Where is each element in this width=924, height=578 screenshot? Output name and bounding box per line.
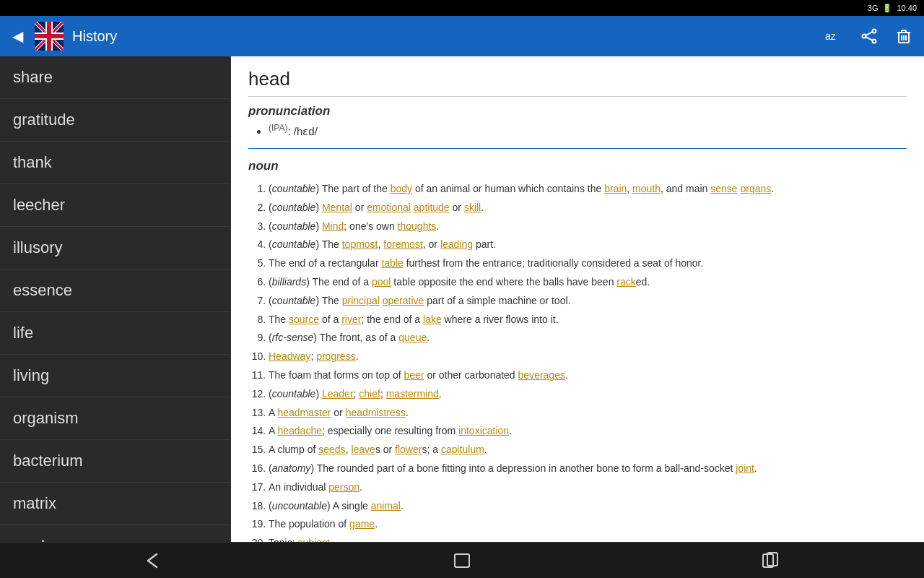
svg-point-12 xyxy=(873,40,876,43)
def-8: The source of a river; the end of a lake… xyxy=(269,311,907,329)
def-17: An individual person. xyxy=(269,479,907,496)
pronunciation-label: pronunciation xyxy=(248,104,907,118)
pos-label: noun xyxy=(248,159,907,173)
back-nav-button[interactable] xyxy=(132,546,175,575)
sidebar-item-life[interactable]: life xyxy=(0,312,230,355)
svg-point-10 xyxy=(873,30,876,33)
section-divider xyxy=(248,148,907,149)
home-nav-button[interactable] xyxy=(440,546,484,575)
top-bar-actions: az xyxy=(823,25,915,48)
sidebar-item-living[interactable]: living xyxy=(0,355,230,397)
delete-button[interactable] xyxy=(892,25,915,48)
def-11: The foam that forms on top of beer or ot… xyxy=(269,367,907,384)
sidebar-item-gratitude[interactable]: gratitude xyxy=(0,99,230,142)
def-20: Topic; subject. xyxy=(269,535,907,542)
sidebar-item-road[interactable]: road xyxy=(0,525,230,542)
app-title: History xyxy=(72,28,814,45)
def-7: (countable) The principal operative part… xyxy=(269,293,907,310)
top-bar: ◀ History az xyxy=(0,16,924,56)
def-13: A headmaster or headmistress. xyxy=(269,405,907,422)
battery-indicator: 🔋 xyxy=(882,4,892,13)
svg-line-13 xyxy=(866,32,872,35)
def-16: (anatomy) The rounded part of a bone fit… xyxy=(269,460,907,478)
pronunciation-section: pronunciation (IPA): /hɛd/ xyxy=(248,104,907,138)
sort-az-button[interactable]: az xyxy=(823,25,846,48)
ipa-text: : /hɛd/ xyxy=(287,125,317,137)
def-15: A clump of seeds, leaves or flowers; a c… xyxy=(269,441,907,459)
back-button[interactable]: ◀ xyxy=(9,27,26,45)
sidebar-item-matrix[interactable]: matrix xyxy=(0,483,230,525)
ipa-label: (IPA) xyxy=(269,123,287,133)
def-5: The end of a rectangular table furthest … xyxy=(269,255,907,272)
sidebar-item-thank[interactable]: thank xyxy=(0,142,230,184)
status-bar: 3G 🔋 10:40 xyxy=(0,0,924,16)
def-19: The population of game. xyxy=(269,516,907,533)
history-sidebar: share gratitude thank leecher illusory e… xyxy=(0,56,231,542)
def-3: (countable) Mind; one's own thoughts. xyxy=(269,218,907,236)
def-6: (billiards) The end of a pool table oppo… xyxy=(269,274,907,291)
svg-text:az: az xyxy=(825,30,836,42)
time-display: 10:40 xyxy=(897,4,917,12)
svg-rect-8 xyxy=(47,22,51,51)
def-2: (countable) Mental or emotional aptitude… xyxy=(269,199,907,217)
def-9: (rfc-sense) The front, as of a queue. xyxy=(269,329,907,347)
svg-line-14 xyxy=(866,37,872,40)
share-button[interactable] xyxy=(858,25,881,48)
def-1: (countable) The part of the body of an a… xyxy=(269,181,907,198)
def-10: Headway; progress. xyxy=(269,348,907,366)
def-12: (countable) Leader; chief; mastermind. xyxy=(269,386,907,403)
bottom-nav xyxy=(0,542,924,578)
signal-indicator: 3G xyxy=(868,4,879,12)
definitions-list: (countable) The part of the body of an a… xyxy=(269,181,907,542)
sidebar-item-leecher[interactable]: leecher xyxy=(0,184,230,227)
def-14: A headache; especially one resulting fro… xyxy=(269,423,907,440)
sidebar-item-bacterium[interactable]: bacterium xyxy=(0,440,230,483)
svg-point-11 xyxy=(863,35,866,38)
sidebar-item-share[interactable]: share xyxy=(0,56,230,99)
svg-rect-23 xyxy=(455,554,469,567)
def-18: (uncountable) A single animal. xyxy=(269,498,907,515)
def-4: (countable) The topmost, foremost, or le… xyxy=(269,236,907,254)
main-area: share gratitude thank leecher illusory e… xyxy=(0,56,924,542)
sidebar-item-organism[interactable]: organism xyxy=(0,397,230,440)
recents-nav-button[interactable] xyxy=(749,546,792,575)
word-title: head xyxy=(248,68,907,97)
content-pane: head pronunciation (IPA): /hɛd/ noun (co… xyxy=(231,56,924,542)
flag-icon xyxy=(35,22,64,51)
sidebar-item-essence[interactable]: essence xyxy=(0,269,230,312)
sidebar-item-illusory[interactable]: illusory xyxy=(0,227,230,269)
